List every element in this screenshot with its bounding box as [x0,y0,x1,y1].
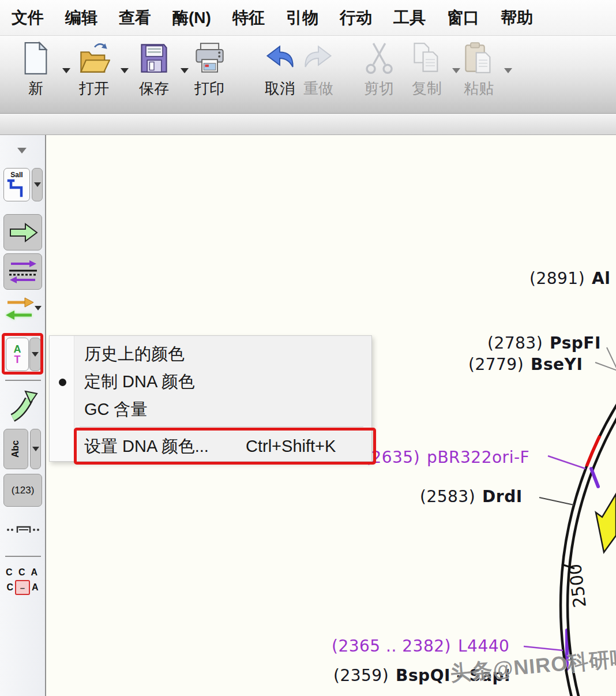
sidebar-divider [5,380,41,381]
primer-label-l4440[interactable]: (2365 .. 2382)L4440 [332,637,509,656]
cut-button[interactable]: 剪切 [355,40,403,110]
open-button-label: 打开 [70,78,118,99]
enzyme-tool-label: SalI [10,171,22,178]
bracket-icon [6,522,40,535]
menu-file[interactable]: 文件 [12,7,44,29]
enzyme-name: Al [592,269,610,288]
primer-name: L4440 [458,637,509,656]
paste-button-label: 粘贴 [455,78,503,99]
dna-color-context-menu: 历史上的颜色 定制 DNA 颜色 GC 含量 设置 DNA 颜色... Ctrl… [49,335,372,462]
menu-item-custom-dna-colors[interactable]: 定制 DNA 颜色 [50,368,371,396]
menu-help[interactable]: 帮助 [501,7,533,29]
new-document-icon [20,40,52,76]
enzyme-tool-button[interactable]: SalI [3,168,30,201]
scissors-icon [363,40,395,76]
enzyme-label-pspfi[interactable]: (2783)PspFI [487,334,601,353]
menu-bar: 文件 编辑 查看 酶(N) 特征 引物 行动 工具 窗口 帮助 [0,0,616,36]
dna-color-tool-button[interactable]: A T [6,338,29,371]
save-button[interactable]: 保存 [130,40,178,110]
tool-sidebar: SalI A T [0,135,46,696]
open-dropdown-icon[interactable] [121,68,129,73]
numbering-label: (123) [12,485,35,496]
site-position: (2365 .. 2382) [332,637,451,656]
redo-button[interactable]: 重做 [294,40,343,110]
print-button-label: 打印 [185,78,234,99]
menu-enzymes[interactable]: 酶(N) [172,7,211,29]
chevron-down-icon [32,352,39,357]
secondary-toolbar [0,114,616,135]
numbering-tool-button[interactable]: (123) [3,474,42,507]
menu-item-label: 设置 DNA 颜色... [84,435,209,458]
chevron-down-icon [34,182,41,187]
menu-tools[interactable]: 工具 [393,7,426,29]
site-position: (2779) [468,355,524,374]
dna-color-a-label: A [14,344,21,354]
menu-primers[interactable]: 引物 [286,7,318,29]
menu-item-set-dna-colors[interactable]: 设置 DNA 颜色... Ctrl+Shift+K [50,431,371,462]
enzyme-label-drdi[interactable]: (2583)DrdI [420,487,523,506]
copy-button[interactable]: 复制 [403,40,451,110]
new-button[interactable]: 新 [12,40,60,110]
menu-item-label: 定制 DNA 颜色 [84,371,195,394]
menu-edit[interactable]: 编辑 [65,7,97,29]
menu-actions[interactable]: 行动 [340,7,372,29]
menu-item-gc-content[interactable]: GC 含量 [50,396,371,424]
plasmid-inner-circle [568,227,616,696]
paste-clipboard-icon [463,40,495,76]
yellow-feature-arrow [596,494,616,552]
main-toolbar: 新 打开 保存 打印 [0,36,616,114]
drdi-leader-line [539,497,574,505]
site-position: (2891) [529,269,585,288]
bseyi-leader-line [595,362,616,371]
cut-button-label: 剪切 [355,78,403,99]
print-button[interactable]: 打印 [185,40,234,110]
chevron-down-icon [32,447,39,451]
menu-features[interactable]: 特征 [232,7,265,29]
paste-dropdown-icon[interactable] [504,68,512,73]
primer-name: pBR322ori-F [427,448,529,467]
ori-primer-mark [591,469,598,487]
alignment-gap-box: – [15,580,30,595]
label-style-tool-button[interactable]: Abc [3,429,28,469]
menu-item-label: GC 含量 [84,398,148,421]
open-button[interactable]: 打开 [70,40,118,110]
enzyme-label-2891[interactable]: (2891)Al [529,269,610,288]
feature-arrow-tool-button[interactable] [3,214,42,250]
enzyme-label-bseyi[interactable]: (2779)BseYI [468,355,583,374]
label-style-dropdown[interactable] [30,429,41,469]
new-button-label: 新 [12,78,60,99]
menu-item-shortcut: Ctrl+Shift+K [246,437,336,456]
label-style-label: Abc [10,440,21,458]
paste-button[interactable]: 粘贴 [455,40,503,110]
alignment-row1: C C A [0,567,45,578]
copy-pages-icon [411,40,443,76]
undo-arrow-icon [264,40,296,76]
scroll-up-icon[interactable] [17,148,27,154]
draw-feature-arrow-icon [6,387,39,422]
new-dropdown-icon[interactable] [62,68,70,73]
dna-color-dropdown[interactable] [29,338,41,371]
translation-arrows-tool[interactable] [5,297,35,322]
menu-view[interactable]: 查看 [119,7,151,29]
open-folder-icon [78,40,110,76]
dna-color-t-label: T [14,354,21,365]
alignment-tool[interactable]: C C A C – A [0,567,45,595]
redo-arrow-icon [302,40,335,76]
menu-item-historical-colors[interactable]: 历史上的颜色 [50,340,371,368]
pspfi-leader-line [607,347,616,369]
enzyme-tool-dropdown[interactable] [32,168,43,201]
bracket-tool[interactable] [6,522,40,537]
site-position: (2783) [487,334,543,353]
primer-tool-button[interactable] [3,253,42,290]
ori-leader-line [548,456,585,469]
primer-label-pbr322ori-f[interactable]: (2635)pBR322ori-F [365,448,529,467]
menu-window[interactable]: 窗口 [447,7,479,29]
enzyme-cut-icon [6,178,27,198]
site-position: (2359) [333,666,389,685]
save-button-label: 保存 [130,78,178,99]
primer-pair-icon [7,259,39,285]
draw-feature-tool[interactable] [6,387,39,422]
map-canvas: (2891)Al (2783)PspFI (2779)BseYI (2635)p… [46,135,616,696]
copy-button-label: 复制 [403,78,451,99]
translation-dropdown-icon[interactable] [35,306,42,310]
